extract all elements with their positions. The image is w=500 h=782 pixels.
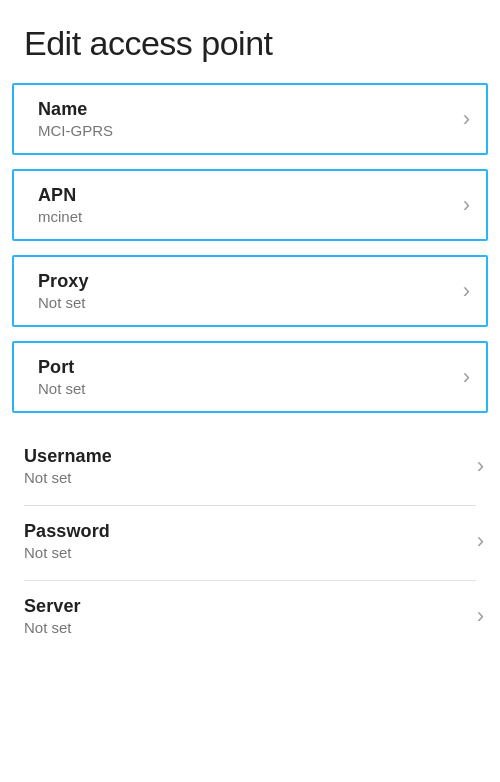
- settings-item-username-content: Username Not set: [24, 446, 112, 486]
- settings-item-proxy-value: Not set: [38, 294, 89, 311]
- settings-item-server[interactable]: Server Not set ›: [0, 581, 500, 651]
- plain-settings-group: Username Not set › Password Not set › Se…: [0, 431, 500, 655]
- chevron-right-icon: ›: [463, 194, 470, 216]
- settings-item-password-value: Not set: [24, 544, 110, 561]
- settings-item-apn-content: APN mcinet: [38, 185, 82, 225]
- settings-item-password-label: Password: [24, 521, 110, 542]
- settings-item-proxy[interactable]: Proxy Not set ›: [12, 255, 488, 327]
- settings-item-proxy-content: Proxy Not set: [38, 271, 89, 311]
- chevron-right-icon: ›: [463, 108, 470, 130]
- settings-item-port-value: Not set: [38, 380, 86, 397]
- chevron-right-icon: ›: [463, 280, 470, 302]
- settings-item-password-content: Password Not set: [24, 521, 110, 561]
- settings-item-name-content: Name MCI-GPRS: [38, 99, 113, 139]
- settings-item-server-value: Not set: [24, 619, 81, 636]
- settings-item-username-value: Not set: [24, 469, 112, 486]
- settings-item-port-content: Port Not set: [38, 357, 86, 397]
- settings-item-username-label: Username: [24, 446, 112, 467]
- chevron-right-icon: ›: [463, 366, 470, 388]
- settings-item-password[interactable]: Password Not set ›: [0, 506, 500, 576]
- settings-item-username[interactable]: Username Not set ›: [0, 431, 500, 501]
- settings-item-name-value: MCI-GPRS: [38, 122, 113, 139]
- settings-item-apn-value: mcinet: [38, 208, 82, 225]
- settings-item-port[interactable]: Port Not set ›: [12, 341, 488, 413]
- chevron-right-icon: ›: [477, 530, 484, 552]
- chevron-right-icon: ›: [477, 455, 484, 477]
- settings-item-apn-label: APN: [38, 185, 82, 206]
- settings-item-proxy-label: Proxy: [38, 271, 89, 292]
- settings-item-name[interactable]: Name MCI-GPRS ›: [12, 83, 488, 155]
- chevron-right-icon: ›: [477, 605, 484, 627]
- settings-list: Name MCI-GPRS › APN mcinet › Proxy Not s…: [0, 83, 500, 655]
- page-title: Edit access point: [0, 0, 500, 83]
- settings-item-apn[interactable]: APN mcinet ›: [12, 169, 488, 241]
- settings-item-server-label: Server: [24, 596, 81, 617]
- settings-item-port-label: Port: [38, 357, 86, 378]
- settings-item-name-label: Name: [38, 99, 113, 120]
- settings-item-server-content: Server Not set: [24, 596, 81, 636]
